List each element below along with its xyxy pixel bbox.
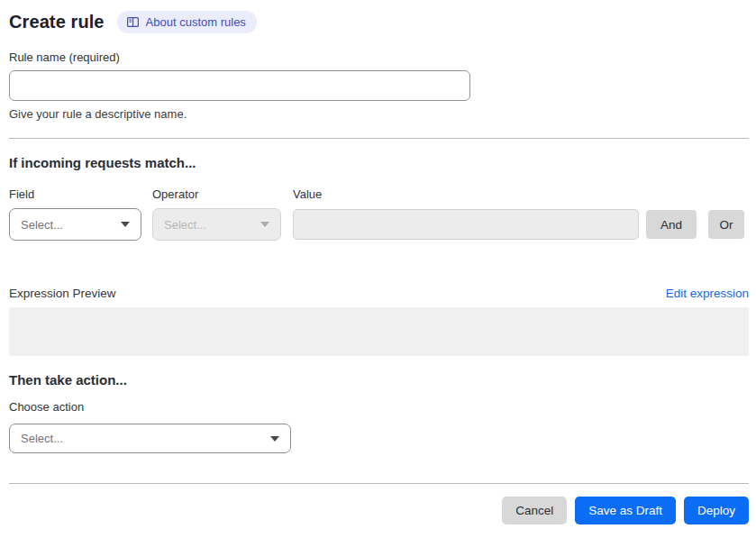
action-section-heading: Then take action... [9,372,749,388]
rule-name-helper: Give your rule a descriptive name. [9,107,749,121]
footer-divider [9,483,749,484]
chevron-down-icon [270,436,279,442]
field-select[interactable]: Select... [9,208,141,241]
or-button[interactable]: Or [708,210,744,239]
action-select[interactable]: Select... [9,424,291,453]
save-as-draft-button[interactable]: Save as Draft [575,497,676,524]
and-button[interactable]: And [646,210,697,239]
rule-name-label: Rule name (required) [9,50,749,64]
match-section-heading: If incoming requests match... [9,155,749,170]
operator-select: Select... [152,208,281,241]
about-custom-rules-link[interactable]: About custom rules [117,11,257,33]
create-rule-page: Create rule About custom rules Rule name… [0,0,756,538]
action-select-placeholder: Select... [21,432,63,445]
match-labels-row: Field Operator Value [9,187,749,201]
operator-select-placeholder: Select... [164,218,206,232]
edit-expression-link[interactable]: Edit expression [666,287,749,300]
choose-action-label: Choose action [9,400,749,414]
page-header: Create rule About custom rules [9,9,749,34]
expression-preview-row: Expression Preview Edit expression [9,287,749,300]
page-title: Create rule [9,12,105,32]
field-select-placeholder: Select... [21,218,63,232]
chevron-down-icon [260,222,269,227]
expression-preview-label: Expression Preview [9,287,116,300]
expression-preview-box [9,307,749,356]
value-label: Value [293,187,639,201]
match-controls-row: Select... Select... And Or [9,208,749,241]
about-custom-rules-label: About custom rules [146,16,246,28]
cancel-button[interactable]: Cancel [502,497,567,524]
operator-label: Operator [152,187,281,201]
footer-actions: Cancel Save as Draft Deploy [9,497,749,524]
book-icon [126,15,140,29]
value-input [293,209,639,240]
section-divider [9,138,749,139]
rule-name-input[interactable] [9,70,470,101]
chevron-down-icon [121,222,130,227]
field-label: Field [9,187,141,201]
deploy-button[interactable]: Deploy [684,497,749,524]
